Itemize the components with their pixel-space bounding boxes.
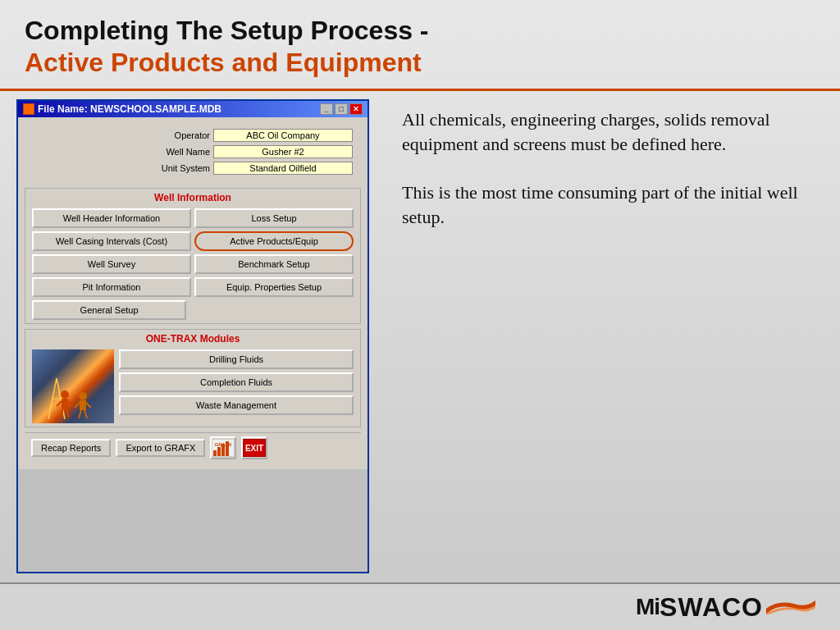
svg-rect-4 (62, 399, 68, 409)
well-header-button[interactable]: Well Header Information (32, 208, 191, 228)
onetrax-title: ONE-TRAX Modules (32, 333, 354, 345)
svg-line-7 (61, 409, 63, 418)
svg-rect-10 (80, 400, 86, 410)
exit-icon-button[interactable]: EXIT (241, 436, 267, 459)
onetrax-buttons: Drilling Fluids Completion Fluids Waste … (119, 349, 354, 423)
svg-point-3 (61, 390, 69, 399)
onetrax-section: ONE-TRAX Modules (25, 329, 361, 427)
form-section: Operator ABC Oil Company Well Name Gushe… (25, 124, 361, 183)
text-paragraph-2: This is the most time consuming part of … (402, 180, 807, 229)
active-products-button[interactable]: Active Products/Equip (194, 231, 354, 251)
minimize-button[interactable]: _ (320, 103, 333, 115)
title-black: Completing The Setup Process - (25, 15, 815, 46)
logo: Mi SWACO (636, 592, 815, 623)
grafx-icon: GRAFX (212, 439, 235, 457)
pit-information-button[interactable]: Pit Information (32, 277, 191, 297)
dialog-body: Operator ABC Oil Company Well Name Gushe… (18, 117, 368, 469)
svg-line-12 (86, 403, 91, 408)
bottom-bar: Recap Reports Export to GRAFX GRAFX (25, 432, 361, 463)
unit-system-value[interactable]: Standard Oilfield (213, 162, 353, 175)
well-name-row: Well Name Gusher #2 (33, 145, 353, 158)
svg-line-6 (68, 401, 73, 406)
well-info-section: Well Information Well Header Information… (25, 188, 361, 324)
general-setup-button[interactable]: General Setup (32, 300, 186, 320)
export-grafx-button[interactable]: Export to GRAFX (116, 439, 205, 457)
drilling-fluids-button[interactable]: Drilling Fluids (119, 349, 354, 369)
svg-text:GRAFX: GRAFX (215, 442, 232, 447)
logo-mi: Mi (636, 594, 660, 620)
benchmark-setup-button[interactable]: Benchmark Setup (194, 254, 354, 274)
text-panel: All chemicals, engineering charges, soli… (386, 99, 824, 573)
loss-setup-button[interactable]: Loss Setup (194, 208, 354, 228)
completion-fluids-button[interactable]: Completion Fluids (119, 372, 354, 392)
svg-text:EXIT: EXIT (245, 444, 263, 453)
close-button[interactable]: ✕ (349, 103, 363, 115)
slide: Completing The Setup Process - Active Pr… (0, 0, 840, 630)
svg-line-14 (84, 410, 87, 418)
operator-row: Operator ABC Oil Company (33, 129, 353, 142)
well-name-label: Well Name (136, 147, 210, 157)
logo-swoosh (766, 600, 815, 614)
well-info-title: Well Information (32, 192, 354, 203)
title-orange: Active Products and Equipment (25, 46, 815, 80)
svg-line-11 (75, 403, 80, 408)
text-paragraph-1: All chemicals, engineering charges, soli… (402, 107, 807, 156)
win-titlebar: File Name: NEWSCHOOLSAMPLE.MDB _ □ ✕ (18, 101, 368, 117)
header: Completing The Setup Process - Active Pr… (0, 0, 840, 91)
svg-rect-16 (213, 450, 217, 456)
equip-properties-button[interactable]: Equip. Properties Setup (194, 277, 354, 297)
dialog-icon (23, 103, 34, 115)
logo-swaco: SWACO (660, 592, 763, 623)
restore-button[interactable]: □ (335, 103, 348, 115)
svg-line-5 (57, 401, 62, 406)
well-casing-button[interactable]: Well Casing Intervals (Cost) (32, 231, 191, 251)
waste-management-button[interactable]: Waste Management (119, 395, 354, 415)
onetrax-content: Drilling Fluids Completion Fluids Waste … (32, 349, 354, 423)
dialog-title: File Name: NEWSCHOOLSAMPLE.MDB (38, 103, 221, 115)
svg-point-9 (79, 392, 87, 400)
svg-line-13 (79, 410, 81, 418)
operator-value[interactable]: ABC Oil Company (213, 129, 353, 142)
onetrax-image (32, 349, 114, 423)
well-name-value[interactable]: Gusher #2 (213, 145, 353, 158)
recap-reports-button[interactable]: Recap Reports (31, 439, 111, 457)
buttons-grid: Well Header Information Loss Setup Well … (32, 208, 354, 320)
titlebar-left: File Name: NEWSCHOOLSAMPLE.MDB (23, 103, 221, 115)
well-survey-button[interactable]: Well Survey (32, 254, 191, 274)
workers-silhouette (40, 378, 106, 419)
win-controls: _ □ ✕ (320, 103, 363, 115)
unit-system-label: Unit System (136, 163, 210, 173)
footer: Mi SWACO (0, 582, 840, 630)
svg-rect-17 (217, 447, 221, 456)
exit-icon: EXIT (243, 439, 266, 457)
unit-system-row: Unit System Standard Oilfield (33, 162, 353, 175)
grafx-icon-button[interactable]: GRAFX (210, 436, 236, 459)
svg-line-8 (66, 409, 69, 418)
win-dialog: File Name: NEWSCHOOLSAMPLE.MDB _ □ ✕ Ope… (16, 99, 369, 573)
main-content: File Name: NEWSCHOOLSAMPLE.MDB _ □ ✕ Ope… (0, 91, 840, 582)
operator-label: Operator (136, 130, 210, 140)
